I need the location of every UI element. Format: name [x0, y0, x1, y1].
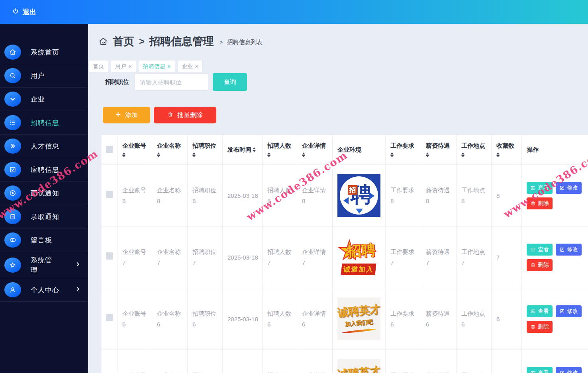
- tab-bar: 首页 用户 × 招聘信息 × 企业 ×: [88, 60, 588, 72]
- cell-headcount: 招聘人数8: [263, 165, 297, 227]
- cell-headcount: 招聘人数5: [263, 350, 297, 373]
- cell-position: 招聘职位7: [188, 227, 223, 288]
- cell-salary: 薪资待遇8: [421, 165, 457, 227]
- sidebar-item-talent-info[interactable]: 人才信息: [0, 135, 88, 158]
- logout-button[interactable]: 退出: [12, 8, 36, 17]
- edit-button[interactable]: 修改: [556, 182, 582, 194]
- cell-details: 企业详情5: [297, 350, 333, 373]
- clipboard-icon: [4, 209, 21, 224]
- logout-label: 退出: [23, 8, 36, 17]
- cell-requirements: 工作要求5: [386, 350, 421, 373]
- cell-location: 工作地点6: [457, 288, 492, 350]
- chevron-down-icon: [4, 92, 21, 107]
- cell-details: 企业详情6: [297, 288, 333, 350]
- company-env-image: 招聘 诚邀加入: [337, 236, 380, 279]
- sidebar-item-company[interactable]: 企业: [0, 88, 88, 111]
- sort-icon[interactable]: [192, 152, 196, 157]
- cell-details: 企业详情8: [297, 165, 333, 227]
- eye-icon: [4, 232, 21, 248]
- star-icon: [4, 258, 21, 273]
- edit-button[interactable]: 修改: [556, 305, 582, 317]
- cell-account: 企业账号8: [118, 165, 152, 227]
- tab-recruit-info[interactable]: 招聘信息 ×: [139, 60, 175, 72]
- batch-delete-button[interactable]: 批量删除: [154, 107, 216, 123]
- sidebar-item-recruit-info[interactable]: 招聘信息: [0, 111, 88, 135]
- home-outline-icon: [98, 36, 109, 47]
- table-row: 企业账号6 企业名称6 招聘职位6 2025-03-18 招聘人数6 企业详情6…: [102, 288, 588, 350]
- cell-date: 2025-03-18: [223, 165, 263, 227]
- cell-company: 企业名称7: [152, 227, 188, 288]
- breadcrumb-separator: >: [139, 36, 145, 47]
- sidebar-item-application-info[interactable]: 应聘信息: [0, 158, 88, 182]
- sidebar-item-personal-center[interactable]: 个人中心: [0, 278, 88, 302]
- sort-icon[interactable]: [267, 152, 270, 157]
- plus-icon: [115, 111, 121, 119]
- table-row: 企业账号5 企业名称5 招聘职位5 2025-03-18 招聘人数5 企业详情5…: [102, 350, 588, 373]
- sort-icon[interactable]: [496, 152, 500, 157]
- edit-button[interactable]: 修改: [556, 367, 582, 373]
- breadcrumb-separator: >: [220, 39, 223, 45]
- breadcrumb-section: 招聘信息管理: [149, 34, 214, 49]
- cell-account: 企业账号6: [118, 288, 152, 350]
- row-checkbox[interactable]: [106, 252, 113, 260]
- search-icon: [4, 68, 21, 83]
- sort-icon[interactable]: [302, 152, 305, 157]
- row-checkbox[interactable]: [106, 191, 113, 198]
- breadcrumb-page: 招聘信息列表: [227, 39, 263, 46]
- cell-favorites: 7: [492, 227, 522, 288]
- tab-users[interactable]: 用户 ×: [111, 60, 136, 72]
- sort-icon[interactable]: [461, 152, 465, 157]
- cell-favorites: 6: [492, 288, 522, 350]
- cell-details: 企业详情7: [297, 227, 333, 288]
- user-icon: [4, 282, 21, 297]
- chevron-right-icon: [75, 286, 81, 294]
- sidebar-item-home[interactable]: 系统首页: [0, 41, 88, 64]
- cell-salary: 薪资待遇6: [421, 288, 457, 350]
- cell-company: 企业名称5: [152, 350, 188, 373]
- home-icon: [4, 45, 21, 60]
- sidebar-item-message-board[interactable]: 留言板: [0, 228, 88, 252]
- sidebar: 系统首页 用户 企业 招聘信息 人才信息 应聘信息 面试通知 录取通知: [0, 24, 88, 373]
- close-icon[interactable]: ×: [128, 63, 132, 70]
- cell-date: 2025-03-18: [223, 288, 263, 350]
- cell-position: 招聘职位8: [188, 165, 223, 227]
- delete-button[interactable]: 删除: [527, 197, 553, 209]
- view-button[interactable]: 查看: [527, 244, 553, 256]
- sort-icon[interactable]: [390, 152, 394, 157]
- query-button[interactable]: 查询: [213, 73, 247, 91]
- tab-home[interactable]: 首页: [88, 60, 108, 72]
- sort-icon[interactable]: [426, 152, 429, 157]
- cell-location: 工作地点8: [457, 165, 492, 227]
- view-button[interactable]: 查看: [527, 182, 553, 194]
- cell-requirements: 工作要求8: [386, 165, 421, 227]
- sidebar-item-system-manage[interactable]: 系统管理: [0, 252, 88, 278]
- company-env-image: 招 聘: [337, 174, 380, 217]
- edit-button[interactable]: 修改: [556, 244, 582, 256]
- select-all-checkbox[interactable]: [106, 146, 113, 153]
- recruit-table: 企业账号 企业名称 招聘职位 发布时间 招聘人数 企业详情 企业环境 工作要求 …: [101, 135, 588, 373]
- cell-account: 企业账号7: [118, 227, 152, 288]
- delete-button[interactable]: 删除: [527, 321, 553, 333]
- close-icon[interactable]: ×: [167, 63, 171, 70]
- row-checkbox[interactable]: [106, 314, 113, 321]
- main-content: 首页 > 招聘信息管理 > 招聘信息列表 首页 用户 × 招聘信息 × 企业 ×…: [88, 24, 588, 373]
- cell-favorites: 5: [492, 350, 522, 373]
- chevron-right-icon: [75, 261, 81, 269]
- close-icon[interactable]: ×: [195, 63, 199, 70]
- breadcrumb-home[interactable]: 首页: [113, 34, 134, 49]
- company-env-image: 诚聘英才 加入我们吧: [337, 359, 380, 373]
- view-button[interactable]: 查看: [527, 367, 553, 373]
- tab-company[interactable]: 企业 ×: [178, 60, 203, 72]
- sort-icon[interactable]: [157, 152, 160, 157]
- cell-requirements: 工作要求7: [386, 227, 421, 288]
- sort-icon[interactable]: [253, 147, 256, 152]
- view-button[interactable]: 查看: [527, 305, 553, 317]
- sort-icon[interactable]: [122, 152, 125, 157]
- delete-button[interactable]: 删除: [527, 259, 553, 271]
- checkbox-icon: [4, 162, 21, 177]
- sidebar-item-interview-notice[interactable]: 面试通知: [0, 182, 88, 205]
- position-search-input[interactable]: [134, 73, 208, 91]
- add-button[interactable]: 添加: [103, 107, 150, 123]
- sidebar-item-users[interactable]: 用户: [0, 64, 88, 88]
- sidebar-item-admission-notice[interactable]: 录取通知: [0, 205, 88, 228]
